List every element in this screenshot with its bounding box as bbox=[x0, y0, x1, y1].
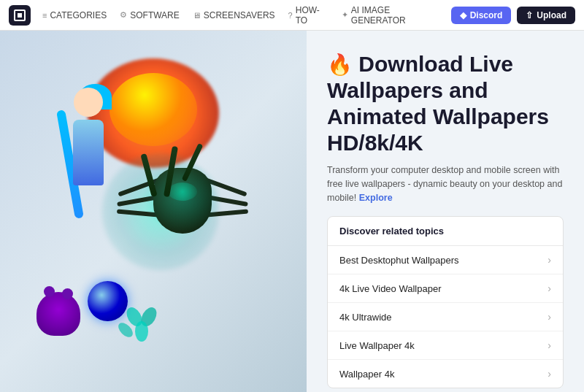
hero-characters bbox=[15, 44, 292, 380]
nav-ai-generator[interactable]: ✦ AI IMAGE GENERATOR bbox=[342, 5, 439, 26]
teal-flowers bbox=[124, 299, 175, 350]
nav-categories[interactable]: ≡ CATEGORIES bbox=[42, 10, 107, 20]
chevron-icon-3: › bbox=[548, 339, 551, 351]
topics-header: Discover related topics bbox=[328, 217, 563, 246]
main-content: 🔥 Download Live Wallpapers and Animated … bbox=[0, 31, 584, 392]
discord-button[interactable]: ◆ Discord bbox=[451, 7, 512, 24]
topic-item-0[interactable]: Best Desktophut Wallpapers › bbox=[328, 246, 563, 274]
categories-icon: ≡ bbox=[42, 11, 47, 20]
howto-icon: ? bbox=[288, 11, 293, 20]
topic-item-4[interactable]: Wallpaper 4k › bbox=[328, 360, 563, 388]
blue-orb bbox=[88, 281, 128, 321]
nav-actions: ◆ Discord ⇧ Upload bbox=[451, 7, 575, 24]
explore-link[interactable]: Explore bbox=[359, 193, 393, 203]
screensavers-icon: 🖥 bbox=[193, 11, 201, 20]
chevron-icon-0: › bbox=[548, 254, 551, 266]
navbar: ≡ CATEGORIES ⚙ SOFTWARE 🖥 SCREENSAVERS ?… bbox=[0, 0, 584, 31]
upload-button[interactable]: ⇧ Upload bbox=[517, 7, 575, 24]
chevron-icon-2: › bbox=[548, 311, 551, 323]
topic-item-3[interactable]: Live Wallpaper 4k › bbox=[328, 331, 563, 360]
hero-image-area bbox=[0, 31, 307, 392]
ai-icon: ✦ bbox=[342, 10, 348, 20]
spider-creature bbox=[110, 139, 256, 285]
chevron-icon-1: › bbox=[548, 283, 551, 294]
topic-item-2[interactable]: 4k Ultrawide › bbox=[328, 303, 563, 331]
software-icon: ⚙ bbox=[120, 10, 127, 20]
content-area: 🔥 Download Live Wallpapers and Animated … bbox=[307, 31, 584, 392]
logo[interactable] bbox=[9, 5, 31, 26]
topic-item-1[interactable]: 4k Live Video Wallpaper › bbox=[328, 274, 563, 303]
chevron-icon-4: › bbox=[548, 368, 551, 380]
topics-card: Discover related topics Best Desktophut … bbox=[327, 216, 564, 388]
fire-emoji: 🔥 bbox=[327, 53, 353, 76]
nav-software[interactable]: ⚙ SOFTWARE bbox=[120, 10, 180, 20]
girl-head bbox=[74, 88, 103, 117]
nav-links: ≡ CATEGORIES ⚙ SOFTWARE 🖥 SCREENSAVERS ?… bbox=[42, 5, 439, 26]
upload-icon: ⇧ bbox=[526, 10, 533, 20]
purple-creature bbox=[36, 292, 80, 336]
nav-screensavers[interactable]: 🖥 SCREENSAVERS bbox=[193, 10, 275, 20]
nav-howto[interactable]: ? HOW-TO bbox=[288, 5, 328, 26]
girl-body bbox=[73, 120, 104, 185]
hero-subtitle: Transform your computer desktop and mobi… bbox=[327, 164, 564, 204]
discord-icon: ◆ bbox=[460, 10, 466, 20]
hero-title: 🔥 Download Live Wallpapers and Animated … bbox=[327, 51, 564, 156]
